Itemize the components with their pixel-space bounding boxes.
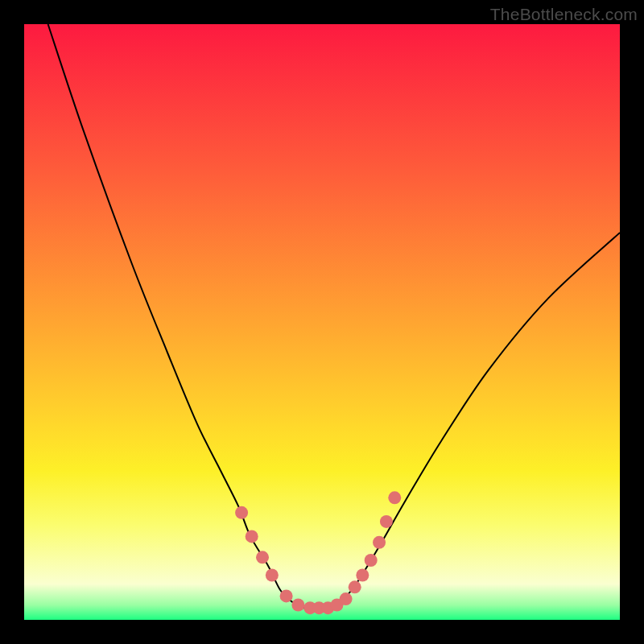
data-marker <box>280 589 293 602</box>
data-marker <box>340 592 353 605</box>
data-marker <box>291 599 304 612</box>
chart-svg <box>24 24 620 620</box>
data-marker <box>356 569 369 582</box>
data-marker <box>380 515 393 528</box>
data-marker <box>349 580 361 593</box>
data-marker <box>235 506 248 519</box>
plot-area <box>24 24 620 620</box>
data-marker <box>266 569 279 582</box>
data-marker <box>373 536 386 549</box>
watermark-text: TheBottleneck.com <box>490 5 638 24</box>
chart-stage: TheBottleneck.com <box>0 0 644 644</box>
data-marker <box>365 554 378 567</box>
data-marker <box>256 551 269 564</box>
bottleneck-curve <box>48 24 620 609</box>
data-marker <box>388 491 401 504</box>
data-marker <box>246 530 258 543</box>
